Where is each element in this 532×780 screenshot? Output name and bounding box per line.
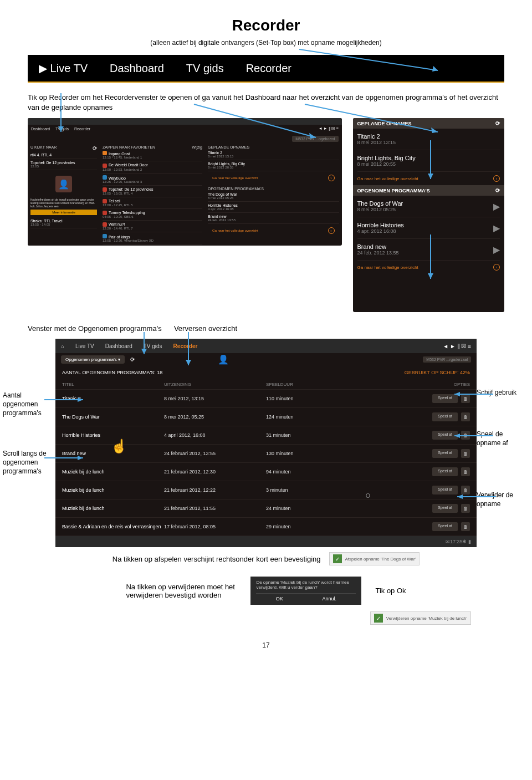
toast-play: ✓Afspelen opname 'The Dogs of War'	[329, 552, 420, 565]
delete-button[interactable]: 🗑	[461, 449, 470, 458]
play-button[interactable]: Speel af	[432, 522, 458, 531]
play-button[interactable]: Speel af	[432, 412, 458, 421]
refresh-icon: ⟳	[495, 187, 500, 193]
dialog-cancel[interactable]: Annul.	[323, 596, 337, 601]
play-button[interactable]: Speel af	[432, 467, 458, 476]
chevron-icon: ›	[493, 264, 500, 271]
avatar-icon	[55, 176, 72, 192]
play-icon: ▶	[39, 62, 47, 74]
table-row: Titanic 28 mei 2012, 13:15110 minutenSpe…	[55, 390, 477, 408]
hand-pointer-icon: ☝	[111, 439, 127, 454]
subtitle: (alleen actief bij digitale ontvangers (…	[28, 39, 504, 47]
bottom-caption-2: Na tikken op verwijderen moet het verwij…	[126, 583, 237, 599]
play-button[interactable]: Speel af	[432, 504, 458, 513]
recorder-list-screenshot: ⌂ Live TV Dashboard TV gids Recorder ◄ ►…	[55, 339, 477, 538]
page-title: Recorder	[28, 17, 504, 34]
table-row: The Dogs of War8 mei 2012, 05:25124 minu…	[55, 408, 477, 426]
nav-live: ▶ Live TV	[39, 62, 88, 75]
svg-marker-23	[186, 360, 191, 365]
chevron-icon: ›	[493, 175, 500, 182]
dialog-ok[interactable]: OK	[276, 596, 283, 601]
delete-button[interactable]: 🗑	[461, 522, 470, 531]
label-aantal: Aantal opgenomen programma's	[3, 391, 47, 417]
refresh-icon[interactable]: ⟳	[130, 356, 135, 363]
svg-marker-21	[141, 349, 147, 354]
delete-button[interactable]: 🗑	[461, 486, 470, 494]
svg-marker-17	[78, 456, 83, 460]
dropdown-recorded[interactable]: Opgenomen programma's ▾	[61, 355, 125, 364]
check-icon: ✓	[374, 614, 383, 623]
svg-line-6	[305, 104, 438, 132]
refresh-icon: ⟳	[93, 145, 97, 151]
table-row: Muziek bij de lunch21 februari 2012, 11:…	[55, 499, 477, 518]
label-scroll: Scroll langs de opgenomen programma's	[3, 450, 47, 476]
delete-button[interactable]: 🗑	[461, 504, 470, 513]
play-button[interactable]: Speel af	[432, 486, 458, 494]
svg-marker-9	[428, 174, 433, 179]
caption-ververs: Verversen overzicht	[174, 324, 237, 333]
caption-venster: Venster met de Opgenomen programma's	[28, 324, 162, 333]
delete-button[interactable]: 🗑	[461, 467, 470, 476]
bottom-caption-1: Na tikken op afspelen verschijnt rechtso…	[112, 555, 321, 563]
confirm-dialog: De opname 'Muziek bij de lunch' wordt hi…	[250, 577, 361, 605]
refresh-icon: ⟳	[495, 120, 500, 126]
svg-marker-11	[428, 273, 433, 279]
svg-marker-13	[78, 397, 83, 402]
svg-marker-15	[454, 392, 460, 396]
letter-o: O	[366, 493, 370, 499]
play-button[interactable]: Speel af	[432, 449, 458, 458]
delete-button[interactable]: 🗑	[461, 412, 470, 421]
table-row: Muziek bij de lunch21 februari 2012, 12:…	[55, 481, 477, 499]
nav-dashboard: Dashboard	[110, 62, 164, 75]
nav-recorder: Recorder	[246, 62, 291, 75]
tik-ok: Tik op Ok	[375, 587, 406, 595]
table-row: Bassie & Adriaan en de reis vol verrassi…	[55, 518, 477, 536]
svg-marker-19	[454, 434, 460, 438]
toast-delete: ✓Verwijderen opname 'Muziek bij de lunch…	[370, 611, 471, 625]
page-number: 17	[28, 641, 504, 649]
avatar-icon: 👤	[218, 354, 229, 365]
check-icon: ✓	[333, 554, 342, 563]
nav-tvgids: TV gids	[186, 62, 224, 75]
svg-line-0	[299, 49, 438, 70]
svg-marker-25	[457, 494, 463, 499]
svg-line-4	[194, 104, 316, 137]
table-row: Muziek bij de lunch21 februari 2012, 12:…	[55, 463, 477, 481]
